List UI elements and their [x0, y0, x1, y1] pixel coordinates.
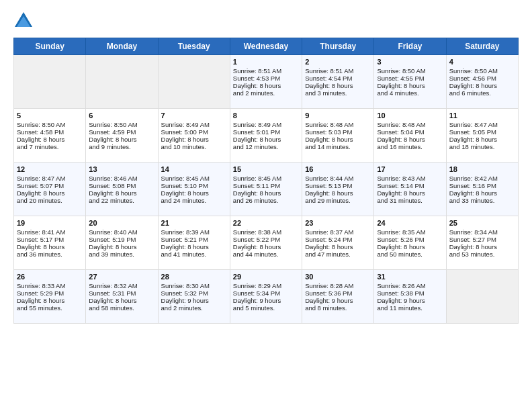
day-info: Sunrise: 8:48 AM — [305, 121, 371, 128]
day-number: 16 — [305, 165, 371, 173]
day-number: 30 — [305, 273, 371, 281]
day-info: Daylight: 9 hours — [161, 297, 227, 304]
week-row-1: 5Sunrise: 8:50 AMSunset: 4:58 PMDaylight… — [14, 109, 519, 163]
calendar-cell — [14, 55, 86, 109]
day-info: Sunrise: 8:45 AM — [161, 175, 227, 182]
day-info: and 18 minutes. — [449, 143, 515, 150]
day-info: Sunrise: 8:28 AM — [305, 282, 371, 289]
day-info: Sunrise: 8:41 AM — [17, 228, 83, 236]
day-info: Daylight: 9 hours — [233, 297, 299, 304]
day-info: and 2 minutes. — [233, 89, 299, 97]
day-info: Daylight: 8 hours — [449, 82, 515, 89]
calendar-cell: 12Sunrise: 8:47 AMSunset: 5:07 PMDayligh… — [14, 163, 86, 216]
day-info: Daylight: 8 hours — [233, 243, 299, 250]
calendar-cell: 3Sunrise: 8:50 AMSunset: 4:55 PMDaylight… — [374, 55, 446, 109]
day-info: and 6 minutes. — [449, 89, 515, 97]
day-number: 25 — [449, 219, 515, 227]
day-info: Sunrise: 8:50 AM — [17, 121, 83, 128]
calendar-cell — [446, 270, 518, 324]
day-number: 1 — [233, 58, 299, 66]
day-info: and 22 minutes. — [89, 197, 154, 204]
calendar-cell: 1Sunrise: 8:51 AMSunset: 4:53 PMDaylight… — [230, 55, 302, 109]
calendar-cell: 23Sunrise: 8:37 AMSunset: 5:24 PMDayligh… — [302, 216, 374, 270]
day-header-monday: Monday — [86, 38, 158, 55]
day-info: Sunrise: 8:42 AM — [449, 175, 515, 182]
day-info: Sunrise: 8:32 AM — [89, 282, 154, 289]
day-info: Sunset: 5:14 PM — [377, 182, 443, 189]
day-info: Sunset: 5:26 PM — [377, 236, 443, 243]
day-number: 13 — [89, 165, 154, 173]
day-info: Sunrise: 8:44 AM — [305, 175, 371, 182]
day-info: Sunset: 4:58 PM — [17, 128, 83, 136]
day-info: Sunset: 5:04 PM — [377, 128, 443, 136]
day-info: and 16 minutes. — [377, 143, 443, 150]
day-info: Sunrise: 8:33 AM — [17, 282, 83, 289]
day-info: Sunrise: 8:51 AM — [305, 67, 371, 75]
day-number: 24 — [377, 219, 443, 227]
day-info: and 44 minutes. — [233, 250, 299, 258]
day-header-friday: Friday — [374, 38, 446, 55]
day-info: Daylight: 8 hours — [89, 243, 154, 250]
day-info: Sunset: 5:10 PM — [161, 182, 227, 189]
day-info: and 9 minutes. — [89, 143, 154, 150]
day-info: Sunset: 4:53 PM — [233, 75, 299, 82]
day-info: Sunset: 5:36 PM — [305, 289, 371, 297]
day-number: 18 — [449, 165, 515, 173]
day-info: Daylight: 8 hours — [233, 189, 299, 197]
day-header-wednesday: Wednesday — [230, 38, 302, 55]
day-info: Daylight: 8 hours — [449, 189, 515, 197]
day-info: Daylight: 8 hours — [17, 136, 83, 143]
day-number: 7 — [161, 111, 227, 120]
calendar-cell: 9Sunrise: 8:48 AMSunset: 5:03 PMDaylight… — [302, 109, 374, 163]
calendar-header-row: SundayMondayTuesdayWednesdayThursdayFrid… — [14, 38, 519, 55]
day-info: Sunrise: 8:47 AM — [17, 175, 83, 182]
day-info: Daylight: 8 hours — [305, 82, 371, 89]
day-info: Sunrise: 8:47 AM — [449, 121, 515, 128]
day-info: and 41 minutes. — [161, 250, 227, 258]
day-info: and 26 minutes. — [233, 197, 299, 204]
day-info: Sunset: 5:22 PM — [233, 236, 299, 243]
day-number: 20 — [89, 219, 154, 227]
calendar-cell — [86, 55, 158, 109]
day-info: Sunset: 5:08 PM — [89, 182, 154, 189]
day-info: Sunrise: 8:48 AM — [377, 121, 443, 128]
day-info: Sunrise: 8:45 AM — [233, 175, 299, 182]
calendar-cell: 4Sunrise: 8:50 AMSunset: 4:56 PMDaylight… — [446, 55, 518, 109]
day-header-sunday: Sunday — [14, 38, 86, 55]
calendar-cell: 29Sunrise: 8:29 AMSunset: 5:34 PMDayligh… — [230, 270, 302, 324]
day-info: and 47 minutes. — [305, 250, 371, 258]
day-info: Daylight: 8 hours — [377, 82, 443, 89]
day-info: Sunrise: 8:49 AM — [161, 121, 227, 128]
day-info: and 29 minutes. — [305, 197, 371, 204]
day-info: Sunrise: 8:34 AM — [449, 228, 515, 236]
day-info: Sunrise: 8:50 AM — [449, 67, 515, 75]
day-info: Daylight: 8 hours — [377, 189, 443, 197]
calendar-cell: 17Sunrise: 8:43 AMSunset: 5:14 PMDayligh… — [374, 163, 446, 216]
day-info: Sunset: 5:03 PM — [305, 128, 371, 136]
day-info: Sunset: 5:13 PM — [305, 182, 371, 189]
day-info: Daylight: 8 hours — [89, 136, 154, 143]
calendar-cell: 16Sunrise: 8:44 AMSunset: 5:13 PMDayligh… — [302, 163, 374, 216]
day-header-saturday: Saturday — [446, 38, 518, 55]
day-info: Daylight: 8 hours — [17, 243, 83, 250]
day-info: Sunrise: 8:46 AM — [89, 175, 154, 182]
day-number: 27 — [89, 273, 154, 281]
day-info: Daylight: 8 hours — [17, 297, 83, 304]
day-number: 9 — [305, 111, 371, 120]
day-info: Daylight: 8 hours — [17, 189, 83, 197]
day-header-tuesday: Tuesday — [158, 38, 230, 55]
day-info: and 55 minutes. — [17, 304, 83, 312]
day-info: Daylight: 8 hours — [233, 82, 299, 89]
day-number: 4 — [449, 58, 515, 66]
day-info: Daylight: 8 hours — [89, 297, 154, 304]
day-number: 26 — [17, 273, 83, 281]
day-info: Sunset: 5:27 PM — [449, 236, 515, 243]
day-info: and 14 minutes. — [305, 143, 371, 150]
day-number: 23 — [305, 219, 371, 227]
day-info: Sunrise: 8:35 AM — [377, 228, 443, 236]
calendar-table: SundayMondayTuesdayWednesdayThursdayFrid… — [13, 38, 519, 324]
calendar-cell: 10Sunrise: 8:48 AMSunset: 5:04 PMDayligh… — [374, 109, 446, 163]
day-number: 31 — [377, 273, 443, 281]
day-info: and 31 minutes. — [377, 197, 443, 204]
day-info: Sunset: 5:38 PM — [377, 289, 443, 297]
